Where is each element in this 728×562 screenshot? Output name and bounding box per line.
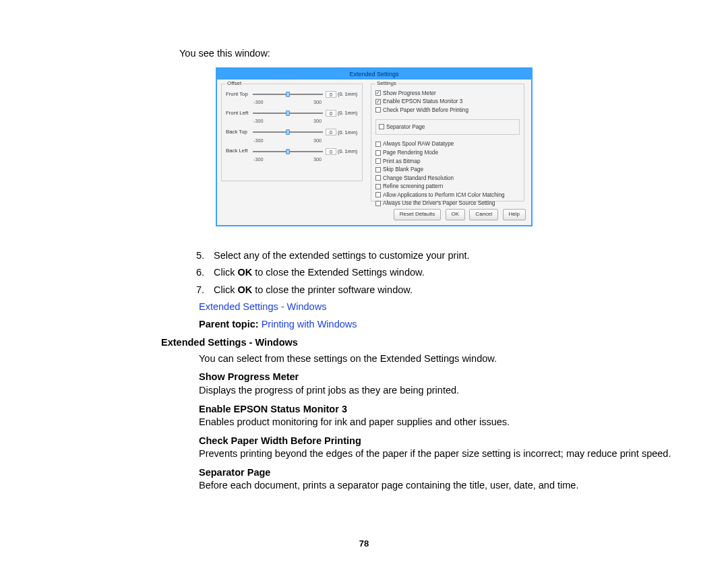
step-5: 5. Select any of the extended settings t…	[196, 249, 690, 263]
slider-front-top[interactable]: Front Top 0 (0. 1mm)	[226, 91, 358, 98]
slider-back-left[interactable]: Back Left 0 (0. 1mm)	[226, 148, 358, 155]
document-page: You see this window: Extended Settings O…	[0, 0, 728, 494]
checkbox-icon[interactable]	[375, 107, 381, 113]
term-show-progress: Show Progress Meter	[199, 371, 690, 384]
term-separator-page: Separator Page	[199, 466, 690, 480]
dialog-title: Extended Settings	[217, 69, 531, 80]
step-6: 6. Click OK to close the Extended Settin…	[196, 266, 690, 280]
checkbox-print-as-bitmap[interactable]: Print as Bitmap	[375, 158, 520, 165]
checkbox-allow-icm[interactable]: Allow Applications to Perform ICM Color …	[375, 191, 520, 199]
def-enable-status: Enables product monitoring for ink and p…	[199, 416, 690, 429]
checkbox-enable-status-monitor[interactable]: ✓Enable EPSON Status Monitor 3	[375, 98, 520, 105]
link-extended-settings[interactable]: Extended Settings - Windows	[199, 301, 690, 314]
def-check-paper: Prevents printing beyond the edges of th…	[199, 447, 690, 461]
checkbox-change-standard-resolution[interactable]: Change Standard Resolution	[375, 175, 520, 182]
checkbox-icon[interactable]	[379, 124, 384, 129]
dialog-body: Offset Front Top 0 (0. 1mm) -300300 Fron…	[217, 80, 531, 206]
offset-group: Offset Front Top 0 (0. 1mm) -300300 Fron…	[221, 84, 363, 181]
section-intro: You can select from these settings on th…	[199, 352, 690, 366]
checkbox-skip-blank-page[interactable]: Skip Blank Page	[375, 166, 520, 173]
checkbox-always-spool-raw[interactable]: Always Spool RAW Datatype	[375, 140, 520, 148]
checkbox-page-rendering-mode[interactable]: Page Rendering Mode	[375, 149, 520, 156]
separator-page-group: Separator Page	[375, 119, 520, 135]
checkbox-icon[interactable]: ✓	[375, 90, 381, 96]
parent-topic-link[interactable]: Printing with Windows	[262, 319, 357, 330]
settings-group-label: Settings	[375, 80, 398, 88]
offset-group-label: Offset	[226, 80, 243, 88]
settings-group: Settings ✓Show Progress Meter ✓Enable EP…	[371, 84, 524, 201]
slider-thumb-icon[interactable]	[286, 92, 290, 97]
checkbox-refine-screening[interactable]: Refine screening pattern	[375, 183, 520, 190]
checkbox-check-paper-width[interactable]: Check Paper Width Before Printing	[375, 106, 520, 114]
checkbox-show-progress-meter[interactable]: ✓Show Progress Meter	[375, 90, 520, 97]
section-heading: Extended Settings - Windows	[161, 336, 690, 350]
slider-track[interactable]	[253, 94, 323, 95]
def-show-progress: Displays the progress of print jobs as t…	[199, 384, 690, 398]
checkbox-icon[interactable]: ✓	[375, 99, 381, 104]
slider-value[interactable]: 0	[326, 91, 336, 98]
slider-back-top[interactable]: Back Top 0 (0. 1mm)	[226, 129, 358, 136]
slider-front-left[interactable]: Front Left 0 (0. 1mm)	[226, 110, 358, 117]
intro-text: You see this window:	[179, 47, 690, 61]
checkbox-separator-page[interactable]: Separator Page	[379, 123, 516, 131]
term-enable-status: Enable EPSON Status Monitor 3	[199, 403, 690, 416]
step-7: 7. Click OK to close the printer softwar…	[196, 284, 690, 297]
extended-settings-dialog: Extended Settings Offset Front Top 0 (0.…	[216, 67, 533, 226]
page-number: 78	[0, 538, 728, 550]
step-list: 5. Select any of the extended settings t…	[196, 249, 690, 297]
term-check-paper: Check Paper Width Before Printing	[199, 435, 690, 448]
parent-topic: Parent topic: Printing with Windows	[199, 318, 690, 332]
checkbox-driver-paper-source[interactable]: Always Use the Driver's Paper Source Set…	[375, 199, 520, 207]
def-separator-page: Before each document, prints a separator…	[199, 479, 690, 493]
